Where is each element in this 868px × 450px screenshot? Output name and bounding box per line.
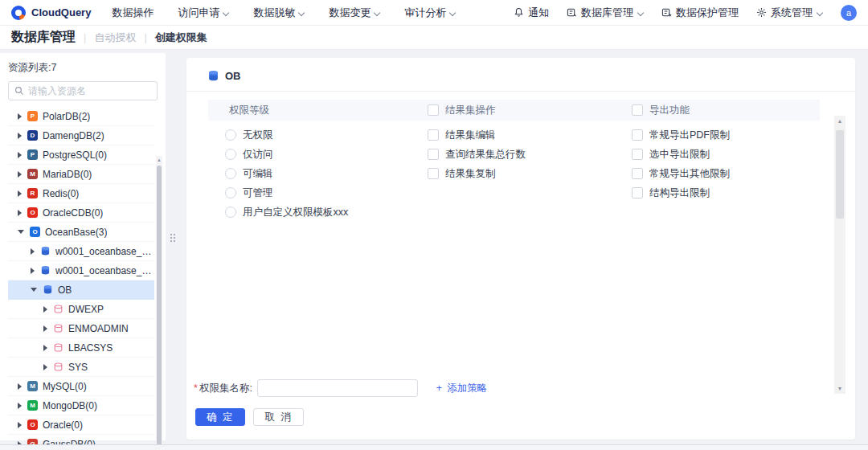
checkbox-unchecked[interactable] [428, 149, 439, 160]
caret-collapsed-icon[interactable] [18, 403, 22, 409]
db-manage-menu[interactable]: 数据库管理 [567, 6, 644, 20]
checkbox-unchecked[interactable] [632, 149, 643, 160]
caret-collapsed-icon[interactable] [43, 345, 47, 351]
confirm-button[interactable]: 确 定 [195, 408, 245, 426]
top-navbar: CloudQuery 数据操作访问申请数据脱敏数据变更审计分析 通知 数据库管理… [0, 0, 868, 26]
permission-checkbox-item[interactable]: 常规导出其他限制 [632, 164, 820, 183]
caret-collapsed-icon[interactable] [18, 113, 22, 120]
tree-node-damengdb-2-[interactable]: DDamengDB(2) [8, 126, 154, 145]
panel-scrollbar[interactable]: ▲ ▼ [834, 116, 845, 394]
radio-unchecked[interactable] [225, 187, 236, 198]
select-all-checkbox[interactable] [632, 104, 643, 116]
system-manage-menu[interactable]: 系统管理 [756, 6, 823, 20]
data-protect-menu[interactable]: 数据保护管理 [661, 6, 739, 20]
caret-collapsed-icon[interactable] [31, 248, 35, 255]
caret-collapsed-icon[interactable] [31, 268, 35, 274]
tree-node-sys[interactable]: SYS [8, 358, 154, 377]
option-label: 结果集编辑 [445, 129, 496, 142]
tree-node-ob[interactable]: OB [8, 280, 154, 300]
caret-collapsed-icon[interactable] [43, 306, 47, 313]
brand-name: CloudQuery [31, 6, 91, 18]
caret-collapsed-icon[interactable] [18, 152, 22, 158]
checkbox-unchecked[interactable] [428, 168, 439, 179]
permission-name-input[interactable] [257, 379, 418, 397]
nav-item-2[interactable]: 数据脱敏 [253, 6, 305, 20]
caret-collapsed-icon[interactable] [18, 190, 22, 197]
caret-collapsed-icon[interactable] [43, 364, 47, 370]
caret-collapsed-icon[interactable] [43, 325, 47, 332]
radio-unchecked[interactable] [225, 149, 236, 160]
column-header-label: 结果集操作 [445, 104, 496, 117]
damengdb-icon: D [27, 130, 38, 141]
notifications-button[interactable]: 通知 [514, 6, 549, 20]
scroll-down-icon[interactable]: ▼ [834, 386, 845, 391]
permission-checkbox-item[interactable]: 选中导出限制 [632, 145, 820, 164]
tree-node-polardb-2-[interactable]: PPolarDB(2) [8, 107, 154, 126]
tree-node-dwexp[interactable]: DWEXP [8, 300, 154, 319]
tree-node-lbacsys[interactable]: LBACSYS [8, 338, 154, 358]
tree-node-mongodb-0-[interactable]: MMongoDB(0) [8, 396, 154, 415]
tree-node-w0001_oceanbase_conn_t...[interactable]: w0001_oceanbase_conn_t... [8, 261, 154, 280]
nav-item-0[interactable]: 数据操作 [112, 6, 154, 20]
search-icon [14, 86, 24, 96]
database-icon [207, 70, 219, 82]
permission-checkbox-item[interactable]: 结构导出限制 [632, 183, 820, 202]
sidebar-scroll-thumb[interactable] [157, 166, 162, 450]
permission-checkbox-item[interactable]: 结果集复制 [428, 164, 632, 183]
caret-collapsed-icon[interactable] [18, 422, 22, 428]
caret-expanded-icon[interactable] [18, 230, 24, 234]
nav-item-4[interactable]: 审计分析 [404, 6, 456, 20]
nav-item-1[interactable]: 访问申请 [178, 6, 229, 20]
panel-splitter-handle[interactable] [170, 234, 178, 247]
nav-item-3[interactable]: 数据变更 [329, 6, 380, 20]
tree-node-enmoadmin[interactable]: ENMOADMIN [8, 319, 154, 338]
caret-collapsed-icon[interactable] [18, 171, 22, 178]
permission-table-wrap: 权限等级结果集操作导出功能 无权限仅访问可编辑可管理用户自定义权限模板xxx结果… [186, 92, 855, 379]
resource-search-input[interactable] [28, 85, 151, 96]
scroll-up-icon[interactable]: ▲ [157, 158, 162, 162]
sidebar-scrollbar[interactable]: ▲ ▼ [156, 156, 162, 450]
permission-checkbox-item[interactable]: 查询结果集总行数 [428, 145, 632, 164]
checkbox-unchecked[interactable] [632, 168, 643, 179]
caret-expanded-icon[interactable] [31, 288, 37, 292]
cancel-button[interactable]: 取 消 [253, 408, 303, 426]
chevron-down-icon [449, 9, 456, 15]
radio-unchecked[interactable] [225, 129, 236, 141]
radio-unchecked[interactable] [225, 168, 236, 179]
tree-node-postgresql-0-[interactable]: PPostgreSQL(0) [8, 145, 154, 165]
tree-node-w0001_oceanbase_conn[interactable]: w0001_oceanbase_conn [8, 242, 154, 261]
caret-collapsed-icon[interactable] [18, 383, 22, 390]
add-policy-link[interactable]: + 添加策略 [436, 382, 487, 395]
tree-node-label: DWEXP [68, 304, 104, 315]
caret-collapsed-icon[interactable] [18, 210, 22, 216]
tree-node-label: PolarDB(2) [43, 111, 90, 122]
permission-radio-item[interactable]: 可编辑 [208, 164, 428, 183]
scroll-up-icon[interactable]: ▲ [834, 118, 845, 124]
permission-radio-item[interactable]: 仅访问 [208, 145, 428, 164]
radio-unchecked[interactable] [225, 207, 236, 218]
tree-node-mariadb-0-[interactable]: MMariaDB(0) [8, 165, 154, 184]
option-label: 用户自定义权限模板xxx [243, 206, 348, 219]
tree-node-redis-0-[interactable]: RRedis(0) [8, 184, 154, 203]
breadcrumb-auto-auth[interactable]: 自动授权 [94, 31, 136, 45]
checkbox-unchecked[interactable] [428, 129, 439, 141]
checkbox-unchecked[interactable] [632, 187, 643, 198]
chevron-down-icon [374, 9, 380, 15]
system-manage-label: 系统管理 [771, 6, 813, 20]
permission-radio-item[interactable]: 用户自定义权限模板xxx [208, 202, 428, 222]
panel-scroll-thumb[interactable] [836, 130, 844, 219]
tree-node-oraclecdb-0-[interactable]: OOracleCDB(0) [8, 203, 154, 223]
select-all-checkbox[interactable] [428, 104, 439, 116]
tree-node-mysql-0-[interactable]: MMySQL(0) [8, 377, 154, 396]
permission-checkbox-item[interactable]: 常规导出PDF限制 [632, 125, 820, 145]
tree-node-oracle-0-[interactable]: OOracle(0) [8, 415, 154, 435]
permission-checkbox-item[interactable]: 结果集编辑 [428, 125, 632, 145]
tree-node-oceanbase-3-[interactable]: OOceanBase(3) [8, 223, 154, 242]
chevron-down-icon [817, 9, 823, 15]
caret-collapsed-icon[interactable] [18, 133, 22, 139]
user-avatar[interactable]: a [841, 5, 857, 21]
permission-radio-item[interactable]: 无权限 [208, 125, 428, 145]
tree-node-label: w0001_oceanbase_conn_t... [55, 265, 154, 276]
checkbox-unchecked[interactable] [632, 129, 643, 141]
permission-radio-item[interactable]: 可管理 [208, 183, 428, 202]
